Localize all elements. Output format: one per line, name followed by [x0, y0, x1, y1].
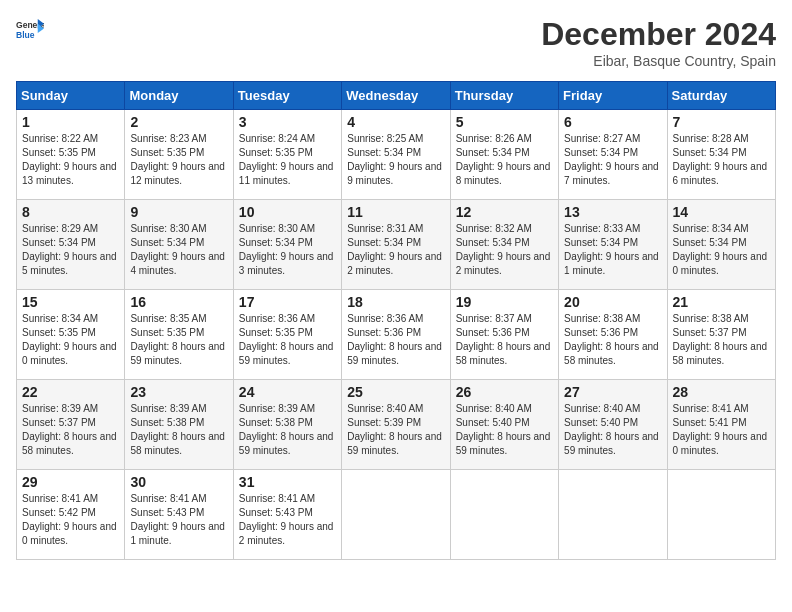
weekday-header: Wednesday [342, 82, 450, 110]
day-info: Sunrise: 8:36 AMSunset: 5:35 PMDaylight:… [239, 313, 334, 366]
day-number: 26 [456, 384, 553, 400]
day-number: 30 [130, 474, 227, 490]
month-title: December 2024 [541, 16, 776, 53]
day-info: Sunrise: 8:23 AMSunset: 5:35 PMDaylight:… [130, 133, 225, 186]
calendar-cell: 9 Sunrise: 8:30 AMSunset: 5:34 PMDayligh… [125, 200, 233, 290]
day-info: Sunrise: 8:31 AMSunset: 5:34 PMDaylight:… [347, 223, 442, 276]
calendar-header-row: SundayMondayTuesdayWednesdayThursdayFrid… [17, 82, 776, 110]
day-number: 31 [239, 474, 336, 490]
location-subtitle: Eibar, Basque Country, Spain [541, 53, 776, 69]
calendar-cell: 5 Sunrise: 8:26 AMSunset: 5:34 PMDayligh… [450, 110, 558, 200]
calendar-cell: 30 Sunrise: 8:41 AMSunset: 5:43 PMDaylig… [125, 470, 233, 560]
day-info: Sunrise: 8:34 AMSunset: 5:35 PMDaylight:… [22, 313, 117, 366]
calendar-week-row: 29 Sunrise: 8:41 AMSunset: 5:42 PMDaylig… [17, 470, 776, 560]
day-info: Sunrise: 8:30 AMSunset: 5:34 PMDaylight:… [239, 223, 334, 276]
day-info: Sunrise: 8:33 AMSunset: 5:34 PMDaylight:… [564, 223, 659, 276]
day-info: Sunrise: 8:41 AMSunset: 5:43 PMDaylight:… [130, 493, 225, 546]
calendar-cell [342, 470, 450, 560]
calendar-cell: 3 Sunrise: 8:24 AMSunset: 5:35 PMDayligh… [233, 110, 341, 200]
day-info: Sunrise: 8:37 AMSunset: 5:36 PMDaylight:… [456, 313, 551, 366]
calendar-cell: 8 Sunrise: 8:29 AMSunset: 5:34 PMDayligh… [17, 200, 125, 290]
calendar-cell: 12 Sunrise: 8:32 AMSunset: 5:34 PMDaylig… [450, 200, 558, 290]
calendar-cell: 23 Sunrise: 8:39 AMSunset: 5:38 PMDaylig… [125, 380, 233, 470]
day-info: Sunrise: 8:40 AMSunset: 5:40 PMDaylight:… [564, 403, 659, 456]
weekday-header: Thursday [450, 82, 558, 110]
calendar-cell: 1 Sunrise: 8:22 AMSunset: 5:35 PMDayligh… [17, 110, 125, 200]
day-number: 3 [239, 114, 336, 130]
day-info: Sunrise: 8:41 AMSunset: 5:43 PMDaylight:… [239, 493, 334, 546]
calendar-cell [559, 470, 667, 560]
day-number: 2 [130, 114, 227, 130]
day-number: 10 [239, 204, 336, 220]
day-number: 13 [564, 204, 661, 220]
day-info: Sunrise: 8:25 AMSunset: 5:34 PMDaylight:… [347, 133, 442, 186]
day-number: 1 [22, 114, 119, 130]
calendar-cell: 17 Sunrise: 8:36 AMSunset: 5:35 PMDaylig… [233, 290, 341, 380]
calendar-cell: 25 Sunrise: 8:40 AMSunset: 5:39 PMDaylig… [342, 380, 450, 470]
calendar-cell: 26 Sunrise: 8:40 AMSunset: 5:40 PMDaylig… [450, 380, 558, 470]
calendar-cell: 24 Sunrise: 8:39 AMSunset: 5:38 PMDaylig… [233, 380, 341, 470]
calendar-cell: 10 Sunrise: 8:30 AMSunset: 5:34 PMDaylig… [233, 200, 341, 290]
calendar-table: SundayMondayTuesdayWednesdayThursdayFrid… [16, 81, 776, 560]
weekday-header: Friday [559, 82, 667, 110]
day-info: Sunrise: 8:34 AMSunset: 5:34 PMDaylight:… [673, 223, 768, 276]
day-number: 5 [456, 114, 553, 130]
day-info: Sunrise: 8:39 AMSunset: 5:38 PMDaylight:… [130, 403, 225, 456]
day-number: 27 [564, 384, 661, 400]
day-number: 28 [673, 384, 770, 400]
day-info: Sunrise: 8:26 AMSunset: 5:34 PMDaylight:… [456, 133, 551, 186]
calendar-cell: 2 Sunrise: 8:23 AMSunset: 5:35 PMDayligh… [125, 110, 233, 200]
title-area: December 2024 Eibar, Basque Country, Spa… [541, 16, 776, 69]
calendar-cell [667, 470, 775, 560]
day-number: 8 [22, 204, 119, 220]
day-number: 21 [673, 294, 770, 310]
calendar-cell: 22 Sunrise: 8:39 AMSunset: 5:37 PMDaylig… [17, 380, 125, 470]
calendar-week-row: 1 Sunrise: 8:22 AMSunset: 5:35 PMDayligh… [17, 110, 776, 200]
day-number: 17 [239, 294, 336, 310]
calendar-cell: 14 Sunrise: 8:34 AMSunset: 5:34 PMDaylig… [667, 200, 775, 290]
day-info: Sunrise: 8:38 AMSunset: 5:37 PMDaylight:… [673, 313, 768, 366]
calendar-cell: 21 Sunrise: 8:38 AMSunset: 5:37 PMDaylig… [667, 290, 775, 380]
day-info: Sunrise: 8:24 AMSunset: 5:35 PMDaylight:… [239, 133, 334, 186]
calendar-cell [450, 470, 558, 560]
day-number: 4 [347, 114, 444, 130]
day-number: 14 [673, 204, 770, 220]
day-number: 23 [130, 384, 227, 400]
calendar-week-row: 8 Sunrise: 8:29 AMSunset: 5:34 PMDayligh… [17, 200, 776, 290]
day-info: Sunrise: 8:27 AMSunset: 5:34 PMDaylight:… [564, 133, 659, 186]
day-number: 19 [456, 294, 553, 310]
day-info: Sunrise: 8:30 AMSunset: 5:34 PMDaylight:… [130, 223, 225, 276]
day-info: Sunrise: 8:32 AMSunset: 5:34 PMDaylight:… [456, 223, 551, 276]
day-info: Sunrise: 8:38 AMSunset: 5:36 PMDaylight:… [564, 313, 659, 366]
calendar-cell: 27 Sunrise: 8:40 AMSunset: 5:40 PMDaylig… [559, 380, 667, 470]
weekday-header: Sunday [17, 82, 125, 110]
day-number: 25 [347, 384, 444, 400]
day-info: Sunrise: 8:35 AMSunset: 5:35 PMDaylight:… [130, 313, 225, 366]
calendar-cell: 15 Sunrise: 8:34 AMSunset: 5:35 PMDaylig… [17, 290, 125, 380]
calendar-cell: 11 Sunrise: 8:31 AMSunset: 5:34 PMDaylig… [342, 200, 450, 290]
calendar-week-row: 22 Sunrise: 8:39 AMSunset: 5:37 PMDaylig… [17, 380, 776, 470]
svg-text:Blue: Blue [16, 30, 35, 40]
calendar-cell: 16 Sunrise: 8:35 AMSunset: 5:35 PMDaylig… [125, 290, 233, 380]
calendar-cell: 29 Sunrise: 8:41 AMSunset: 5:42 PMDaylig… [17, 470, 125, 560]
day-number: 18 [347, 294, 444, 310]
calendar-cell: 28 Sunrise: 8:41 AMSunset: 5:41 PMDaylig… [667, 380, 775, 470]
day-number: 11 [347, 204, 444, 220]
day-number: 22 [22, 384, 119, 400]
day-number: 16 [130, 294, 227, 310]
page-header: General Blue December 2024 Eibar, Basque… [16, 16, 776, 69]
calendar-cell: 7 Sunrise: 8:28 AMSunset: 5:34 PMDayligh… [667, 110, 775, 200]
day-info: Sunrise: 8:28 AMSunset: 5:34 PMDaylight:… [673, 133, 768, 186]
calendar-cell: 19 Sunrise: 8:37 AMSunset: 5:36 PMDaylig… [450, 290, 558, 380]
weekday-header: Monday [125, 82, 233, 110]
calendar-cell: 31 Sunrise: 8:41 AMSunset: 5:43 PMDaylig… [233, 470, 341, 560]
calendar-cell: 20 Sunrise: 8:38 AMSunset: 5:36 PMDaylig… [559, 290, 667, 380]
calendar-week-row: 15 Sunrise: 8:34 AMSunset: 5:35 PMDaylig… [17, 290, 776, 380]
day-number: 29 [22, 474, 119, 490]
day-info: Sunrise: 8:40 AMSunset: 5:39 PMDaylight:… [347, 403, 442, 456]
day-info: Sunrise: 8:36 AMSunset: 5:36 PMDaylight:… [347, 313, 442, 366]
day-number: 20 [564, 294, 661, 310]
weekday-header: Tuesday [233, 82, 341, 110]
day-number: 7 [673, 114, 770, 130]
day-number: 12 [456, 204, 553, 220]
